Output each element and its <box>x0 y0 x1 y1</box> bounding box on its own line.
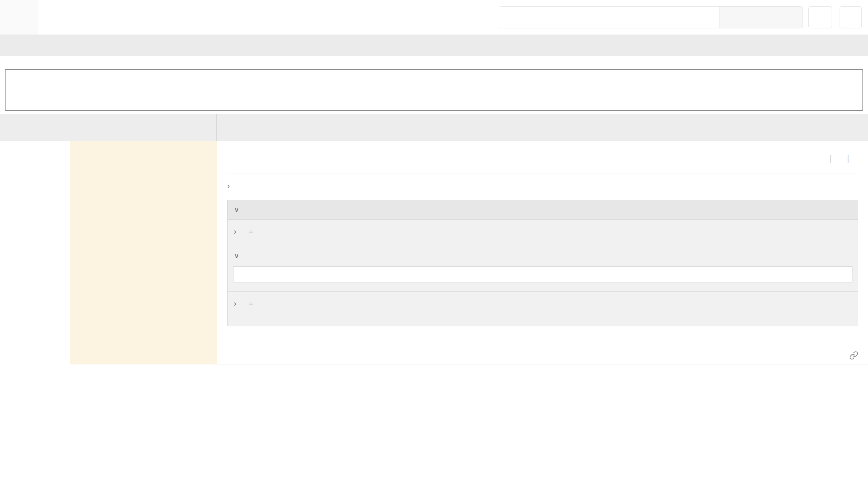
logs-footnote <box>228 316 858 326</box>
back-button[interactable] <box>0 0 37 35</box>
find-input[interactable] <box>499 7 719 28</box>
log-fields-table <box>233 266 852 282</box>
span-tree-filler <box>0 141 217 364</box>
log-entry[interactable]: › = <box>228 291 858 316</box>
find-tools <box>719 7 803 28</box>
logs-header[interactable]: ∨ <box>228 200 858 220</box>
deep-link-icon[interactable] <box>849 351 858 360</box>
log-expand-icon[interactable]: › <box>234 299 236 308</box>
logs-collapse-icon[interactable]: ∨ <box>234 205 239 214</box>
log-entry[interactable]: › = <box>228 220 858 244</box>
log-entry-expanded: ∨ <box>228 244 858 282</box>
span-color-top-border <box>217 141 868 144</box>
span-rows-area: | | › ∨ <box>0 141 868 364</box>
log-expand-icon[interactable]: › <box>234 227 236 236</box>
trace-timeline-page: | | › ∨ <box>0 0 868 498</box>
keyboard-shortcuts-button[interactable] <box>808 6 832 28</box>
page-header <box>0 0 868 35</box>
view-selector-button[interactable] <box>840 6 862 28</box>
span-detail-panel: | | › ∨ <box>217 141 868 364</box>
find-box <box>499 6 803 28</box>
span-detail-stats: | | <box>820 153 858 164</box>
selected-span-highlight-column <box>70 141 217 364</box>
trace-info-bar <box>0 35 868 56</box>
span-id-row <box>842 351 858 360</box>
logs-section: ∨ › = ∨ <box>227 200 858 326</box>
span-detail-row: | | › ∨ <box>0 141 868 364</box>
service-operation-header <box>0 114 217 141</box>
trace-minimap <box>0 56 868 114</box>
selected-span-accent-bar <box>67 141 70 364</box>
minimap-canvas[interactable] <box>5 69 863 111</box>
log-collapse-row[interactable]: ∨ <box>228 244 858 262</box>
tags-row[interactable]: › <box>227 182 858 191</box>
log-collapse-icon[interactable]: ∨ <box>234 251 239 260</box>
tags-expand-icon[interactable]: › <box>227 182 230 191</box>
timeline-header <box>0 114 868 141</box>
